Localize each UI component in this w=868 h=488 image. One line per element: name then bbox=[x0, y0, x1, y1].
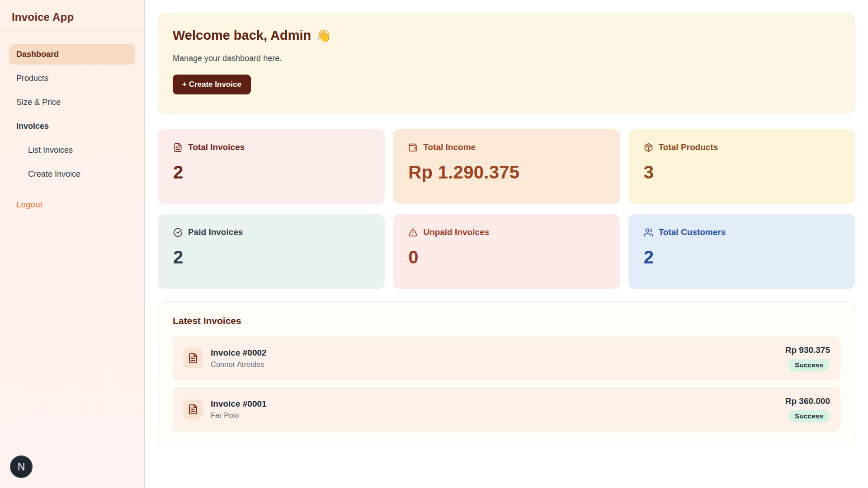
stat-label: Paid Invoices bbox=[188, 227, 243, 237]
sidebar-nav: Dashboard Products Size & Price Invoices… bbox=[0, 32, 144, 215]
wave-emoji: 👋 bbox=[316, 28, 331, 43]
main-content: Welcome back, Admin 👋 Manage your dashbo… bbox=[145, 0, 868, 488]
circle-check-icon bbox=[173, 228, 183, 237]
stat-label: Total Invoices bbox=[188, 142, 245, 152]
welcome-subtitle: Manage your dashboard here. bbox=[173, 54, 840, 63]
stat-card-total-products: Total Products 3 bbox=[628, 129, 855, 204]
sidebar-header: Invoice App bbox=[0, 0, 144, 32]
invoice-app: Invoice App Dashboard Products Size & Pr… bbox=[0, 0, 868, 488]
stat-card-total-invoices: Total Invoices 2 bbox=[158, 129, 385, 204]
stats-grid: Total Invoices 2 Total Income Rp 1.290.3… bbox=[158, 129, 855, 289]
stat-card-total-customers: Total Customers 2 bbox=[628, 214, 855, 289]
avatar-letter: N bbox=[18, 461, 25, 473]
wallet-icon bbox=[408, 143, 418, 152]
status-badge: Success bbox=[788, 410, 830, 422]
invoice-list: Invoice #0002 Connor Atreides Rp 930.375… bbox=[173, 337, 840, 431]
stat-card-total-income: Total Income Rp 1.290.375 bbox=[393, 129, 620, 204]
invoice-icon-box bbox=[183, 399, 203, 419]
stat-value: 0 bbox=[408, 247, 604, 267]
sidebar-item-list-invoices[interactable]: List Invoices bbox=[9, 140, 135, 160]
sidebar-item-products[interactable]: Products bbox=[9, 68, 135, 89]
sidebar-item-create-invoice[interactable]: Create Invoice bbox=[9, 164, 135, 184]
users-icon bbox=[644, 228, 653, 237]
stat-label: Total Customers bbox=[659, 227, 726, 237]
welcome-panel: Welcome back, Admin 👋 Manage your dashbo… bbox=[158, 14, 855, 113]
page-title: Welcome back, Admin 👋 bbox=[173, 28, 840, 43]
invoice-customer: Connor Atreides bbox=[211, 360, 267, 369]
invoice-amount: Rp 360.000 bbox=[785, 396, 830, 406]
app-title: Invoice App bbox=[12, 11, 132, 23]
invoice-amount: Rp 930.375 bbox=[785, 345, 830, 355]
stat-value: 2 bbox=[173, 162, 369, 183]
stat-value: 3 bbox=[644, 162, 840, 183]
invoice-number: Invoice #0002 bbox=[211, 348, 267, 358]
file-text-icon bbox=[188, 353, 198, 364]
sidebar-item-dashboard[interactable]: Dashboard bbox=[9, 44, 135, 65]
sidebar-section-invoices: Invoices bbox=[9, 116, 135, 136]
stat-value: 2 bbox=[644, 247, 840, 267]
invoice-customer: Far Poio bbox=[211, 411, 267, 420]
logout-link[interactable]: Logout bbox=[9, 194, 135, 215]
status-badge: Success bbox=[788, 359, 830, 371]
triangle-alert-icon bbox=[408, 228, 418, 237]
stat-label: Unpaid Invoices bbox=[423, 227, 489, 237]
stat-card-unpaid-invoices: Unpaid Invoices 0 bbox=[393, 214, 620, 289]
stat-value: Rp 1.290.375 bbox=[408, 162, 604, 183]
invoice-row[interactable]: Invoice #0002 Connor Atreides Rp 930.375… bbox=[173, 337, 840, 380]
file-text-icon bbox=[188, 404, 198, 415]
sidebar-item-size-price[interactable]: Size & Price bbox=[9, 92, 135, 113]
latest-invoices-title: Latest Invoices bbox=[173, 315, 840, 326]
invoice-row[interactable]: Invoice #0001 Far Poio Rp 360.000 Succes… bbox=[173, 388, 840, 431]
file-text-icon bbox=[173, 143, 183, 152]
stat-card-paid-invoices: Paid Invoices 2 bbox=[158, 214, 385, 289]
stat-label: Total Income bbox=[423, 142, 476, 152]
invoice-number: Invoice #0001 bbox=[211, 399, 267, 409]
nextjs-avatar[interactable]: N bbox=[10, 455, 33, 478]
welcome-title-text: Welcome back, Admin bbox=[173, 28, 311, 43]
sidebar: Invoice App Dashboard Products Size & Pr… bbox=[0, 0, 145, 488]
package-icon bbox=[644, 143, 653, 152]
stat-value: 2 bbox=[173, 247, 369, 267]
stat-label: Total Products bbox=[659, 142, 718, 152]
latest-invoices-panel: Latest Invoices Invoice #0002 Connor Atr… bbox=[158, 301, 855, 445]
create-invoice-button[interactable]: + Create Invoice bbox=[173, 75, 251, 94]
invoice-icon-box bbox=[183, 348, 203, 368]
